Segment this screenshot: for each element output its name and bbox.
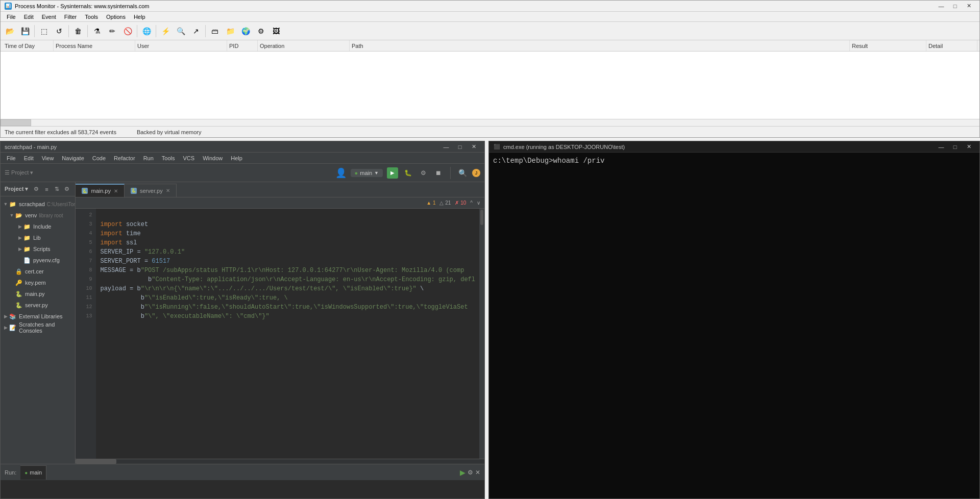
pm-tool-refresh[interactable]: ↺ — [52, 24, 66, 38]
pycharm-menu-view[interactable]: View — [38, 154, 58, 162]
pm-tool-autoscroll[interactable]: ⬚ — [37, 24, 51, 38]
pm-tool-highlight[interactable]: ✏ — [105, 24, 119, 38]
pm-col-process[interactable]: Process Name — [54, 40, 135, 51]
pm-tool-save[interactable]: 💾 — [18, 24, 32, 38]
pm-maximize-btn[interactable]: □ — [948, 1, 962, 11]
pm-menu-help[interactable]: Help — [130, 13, 150, 21]
pm-horizontal-scrollbar[interactable] — [1, 119, 979, 126]
pycharm-menu-tools[interactable]: Tools — [158, 154, 179, 162]
pm-tool-open[interactable]: 📂 — [3, 24, 17, 38]
pycharm-user-icon[interactable]: 👤 — [335, 167, 347, 179]
pycharm-close-btn[interactable]: ✕ — [467, 142, 480, 152]
pm-col-operation[interactable]: Operation — [258, 40, 350, 51]
pycharm-tree-include[interactable]: ▶ 📁 Include — [1, 221, 75, 232]
pycharm-project-label: ☰ Project ▾ — [5, 169, 33, 176]
pycharm-scrollbar-vertical[interactable] — [479, 209, 484, 459]
cmd-minimize-btn[interactable]: — — [935, 142, 948, 152]
pm-col-time[interactable]: Time of Day — [3, 40, 54, 51]
pm-tool-jump[interactable]: ↗ — [189, 24, 203, 38]
pm-scroll-thumb[interactable] — [1, 119, 31, 126]
pm-minimize-btn[interactable]: — — [935, 1, 948, 11]
pycharm-tab-close-mainpy[interactable]: ✕ — [114, 188, 118, 194]
pycharm-tree-extlibs[interactable]: ▶ 📚 External Libraries — [1, 311, 75, 322]
pm-col-user[interactable]: User — [135, 40, 227, 51]
pm-tool-process[interactable]: ⚙ — [254, 24, 268, 38]
pycharm-menu-navigate[interactable]: Navigate — [58, 154, 88, 162]
pycharm-menu-code[interactable]: Code — [88, 154, 110, 162]
pm-tool-exclude[interactable]: 🚫 — [120, 24, 135, 38]
pm-tool-filesystem[interactable]: 📁 — [223, 24, 237, 38]
pycharm-tree-keypem[interactable]: ▶ 🔑 key.pem — [1, 277, 75, 288]
pycharm-menu-help[interactable]: Help — [227, 154, 247, 162]
pycharm-expand-icon[interactable]: ^ — [470, 200, 473, 206]
pycharm-tree-icon-scratches: 📝 — [9, 323, 17, 332]
cmd-maximize-btn[interactable]: □ — [948, 142, 962, 152]
pycharm-sidebar-gear-icon[interactable]: ⚙ — [63, 185, 71, 193]
pm-scroll-track[interactable] — [1, 119, 979, 126]
pm-menu-filter[interactable]: Filter — [60, 13, 81, 21]
pm-menu-edit[interactable]: Edit — [20, 13, 38, 21]
pycharm-coverage-btn[interactable]: ⚙ — [418, 167, 429, 179]
pycharm-code-content[interactable]: import socket import time import ssl SER… — [96, 209, 479, 459]
pm-col-result[interactable]: Result — [850, 40, 926, 51]
pm-col-pid[interactable]: PID — [227, 40, 258, 51]
pm-tool-registry[interactable]: 🗃 — [208, 24, 222, 38]
pycharm-scrollbar-thumb[interactable] — [480, 210, 483, 225]
pycharm-menu-refactor[interactable]: Refactor — [110, 154, 139, 162]
pycharm-menu-vcs[interactable]: VCS — [179, 154, 199, 162]
pm-menu-tools[interactable]: Tools — [81, 13, 102, 21]
pycharm-search-btn[interactable]: 🔍 — [457, 167, 468, 179]
pm-tool-network2[interactable]: 🌍 — [238, 24, 253, 38]
pm-menu-options[interactable]: Options — [102, 13, 130, 21]
pm-tool-clear[interactable]: 🗑 — [71, 24, 85, 38]
pycharm-tab-close-serverpy[interactable]: ✕ — [166, 188, 170, 193]
pycharm-run-button[interactable]: ▶ — [387, 167, 398, 179]
pycharm-tree-venv[interactable]: ▼ 📂 venv library root — [1, 210, 75, 221]
pm-tool-capture[interactable]: ⚡ — [158, 24, 173, 38]
pycharm-tree-scripts[interactable]: ▶ 📁 Scripts — [1, 243, 75, 255]
pm-toolbar: 📂 💾 ⬚ ↺ 🗑 ⚗ ✏ 🚫 🌐 ⚡ 🔍 ↗ 🗃 📁 🌍 ⚙ 🖼 — [1, 22, 979, 40]
pycharm-stop-btn[interactable]: ⏹ — [433, 167, 444, 179]
code-line-12: b"\"isRunning\":false,\"shouldAutoStart\… — [100, 303, 475, 312]
pycharm-scrollbar-horizontal[interactable] — [76, 459, 484, 464]
pycharm-menu-edit[interactable]: Edit — [20, 154, 38, 162]
pm-tool-search[interactable]: 🔍 — [174, 24, 188, 38]
pycharm-scrollbar-h-thumb[interactable] — [76, 459, 116, 464]
pycharm-tree-pyvenv[interactable]: ▶ 📄 pyvenv.cfg — [1, 255, 75, 266]
pycharm-avatar[interactable]: J — [472, 169, 480, 177]
pycharm-tree-serverpy[interactable]: ▶ 🐍 server.py — [1, 300, 75, 311]
pycharm-menu-run[interactable]: Run — [139, 154, 158, 162]
pycharm-tree-scratches[interactable]: ▶ 📝 Scratches and Consoles — [1, 322, 75, 333]
pycharm-tree-cert[interactable]: ▶ 🔒 cert.cer — [1, 266, 75, 277]
pycharm-debug-btn[interactable]: 🐛 — [402, 167, 413, 179]
pycharm-run-play-btn[interactable]: ▶ — [460, 468, 465, 477]
pycharm-tab-serverpy[interactable]: 🐍 server.py ✕ — [125, 184, 177, 197]
pycharm-menu-file[interactable]: File — [3, 154, 20, 162]
pycharm-run-config[interactable]: ● main ▼ — [351, 169, 383, 177]
pm-menu-event[interactable]: Event — [38, 13, 60, 21]
pm-col-path[interactable]: Path — [350, 40, 850, 51]
pycharm-run-tab[interactable]: ● main — [20, 465, 46, 480]
pycharm-tree-mainpy[interactable]: ▶ 🐍 main.py — [1, 288, 75, 300]
pycharm-maximize-btn[interactable]: □ — [453, 142, 467, 152]
pm-menu-file[interactable]: File — [3, 13, 20, 21]
pm-tool-network[interactable]: 🌐 — [139, 24, 154, 38]
pycharm-menu-window[interactable]: Window — [199, 154, 227, 162]
pm-tool-filter[interactable]: ⚗ — [90, 24, 104, 38]
pycharm-tab-mainpy[interactable]: 🐍 main.py ✕ — [76, 184, 125, 197]
pm-tool-profiling[interactable]: 🖼 — [269, 24, 283, 38]
pm-col-detail[interactable]: Detail — [926, 40, 977, 51]
pycharm-collapse-icon[interactable]: ∨ — [477, 200, 480, 206]
pm-close-btn[interactable]: ✕ — [962, 1, 975, 11]
pycharm-tree-project[interactable]: ▼ 📁 scrachpad C:\Users\Tomer\PycharmProj… — [1, 198, 75, 210]
pycharm-minimize-btn[interactable]: — — [439, 142, 453, 152]
pycharm-sidebar-list-icon[interactable]: ≡ — [42, 185, 51, 193]
pycharm-run-close-btn[interactable]: ✕ — [475, 468, 480, 477]
pm-titlebar: 📊 Process Monitor - Sysinternals: www.sy… — [1, 1, 979, 12]
cmd-content[interactable]: c:\temp\Debug>whoami /priv — [489, 153, 979, 498]
pycharm-sidebar-settings-icon[interactable]: ⚙ — [32, 185, 40, 193]
pycharm-sidebar-sort-icon[interactable]: ⇅ — [53, 185, 61, 193]
pycharm-run-settings-btn[interactable]: ⚙ — [468, 468, 473, 477]
cmd-close-btn[interactable]: ✕ — [962, 142, 975, 152]
pycharm-tree-lib[interactable]: ▶ 📁 Lib — [1, 232, 75, 243]
